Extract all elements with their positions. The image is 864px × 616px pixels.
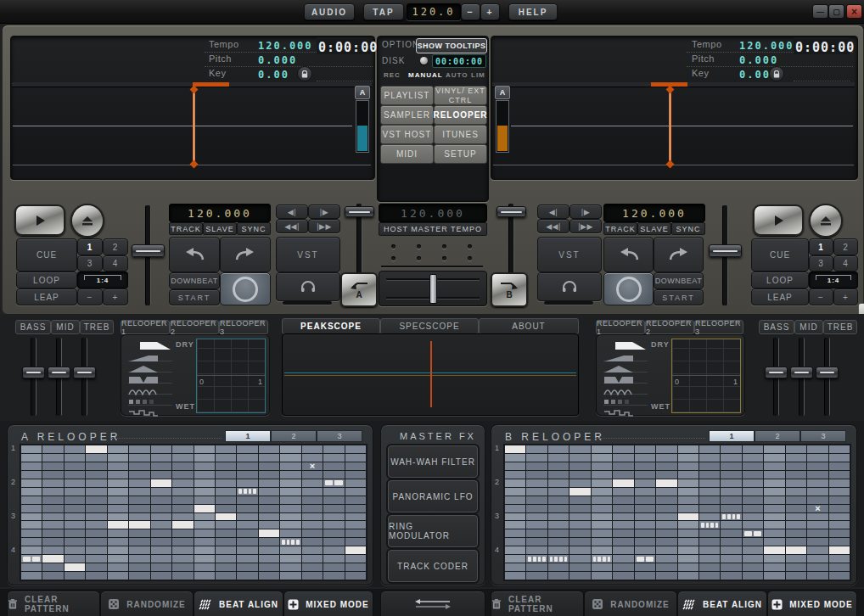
crossfader-panel[interactable] — [379, 271, 487, 306]
pattern-cell-x[interactable]: × — [302, 462, 323, 470]
pattern-cell[interactable] — [42, 488, 63, 496]
pattern-cell[interactable] — [613, 496, 633, 504]
pattern-cell[interactable] — [613, 521, 633, 529]
pattern-cell[interactable] — [237, 538, 257, 546]
pattern-cell[interactable] — [259, 471, 279, 479]
pattern-cell[interactable] — [764, 521, 784, 529]
pattern-cell[interactable] — [721, 479, 741, 487]
track-coder-button[interactable]: TRACK CODER — [388, 550, 478, 582]
pattern-cell[interactable] — [194, 454, 215, 462]
lim-mode-label[interactable]: LIM — [471, 71, 485, 79]
pattern-cell[interactable] — [65, 445, 85, 453]
pattern-cell[interactable] — [194, 505, 215, 512]
pattern-a-clear-button[interactable]: CLEAR PATTERN — [7, 591, 100, 616]
pattern-cell[interactable] — [65, 496, 85, 504]
shape-ramp-up-icon[interactable] — [603, 350, 648, 361]
pattern-cell[interactable] — [786, 496, 806, 504]
pattern-cell[interactable] — [280, 572, 300, 580]
deck-a-hotcue-2-button[interactable]: 2 — [103, 238, 128, 255]
show-tooltips-button[interactable]: SHOW TOOLTIPS — [416, 38, 487, 53]
pattern-cell[interactable] — [323, 454, 344, 462]
pattern-cell[interactable] — [721, 538, 741, 546]
deck-a-loop-length-display[interactable]: 1:4 — [77, 272, 128, 288]
pattern-cell[interactable] — [194, 546, 215, 554]
pattern-cell[interactable] — [678, 479, 698, 487]
pattern-cell[interactable] — [194, 538, 215, 546]
pattern-cell[interactable] — [172, 471, 193, 479]
pattern-cell[interactable] — [237, 454, 257, 462]
pattern-cell[interactable] — [216, 538, 236, 546]
pattern-cell[interactable] — [21, 529, 42, 537]
pattern-cell[interactable] — [678, 454, 698, 462]
deck-b-cue-button[interactable]: CUE — [751, 238, 809, 272]
shape-random-steps-icon[interactable] — [603, 406, 648, 416]
nav-vst-host-button[interactable]: VST HOST — [380, 125, 434, 144]
pattern-cell[interactable] — [764, 538, 784, 546]
maximize-button[interactable]: ▢ — [828, 4, 844, 19]
pattern-cell[interactable] — [786, 462, 806, 470]
manual-mode-label[interactable]: MANUAL — [408, 71, 443, 79]
pattern-cell[interactable] — [721, 445, 741, 453]
pattern-cell[interactable] — [86, 462, 106, 470]
pattern-cell-x[interactable]: × — [807, 505, 828, 512]
pattern-cell[interactable] — [216, 462, 236, 470]
deck-b-vst-button[interactable]: VST — [537, 237, 602, 272]
pattern-cell[interactable] — [678, 496, 698, 504]
pattern-cell[interactable] — [786, 505, 806, 512]
pattern-cell[interactable] — [548, 572, 569, 580]
pattern-cell[interactable] — [635, 555, 655, 563]
pattern-cell[interactable] — [151, 479, 171, 487]
pattern-cell[interactable] — [42, 529, 63, 537]
deck-a-fx-envelope-grid[interactable]: 0 1 — [196, 339, 266, 413]
pattern-cell[interactable] — [569, 529, 590, 537]
pattern-cell[interactable] — [280, 529, 300, 537]
pattern-cell[interactable] — [172, 563, 193, 571]
pattern-cell[interactable] — [743, 538, 763, 546]
pattern-cell[interactable] — [194, 513, 215, 521]
pattern-cell[interactable] — [743, 479, 763, 487]
pattern-cell[interactable] — [678, 445, 698, 453]
pattern-cell[interactable] — [635, 471, 655, 479]
pattern-cell[interactable] — [548, 521, 569, 529]
nav-relooper-button[interactable]: RELOOPER — [434, 105, 487, 125]
pattern-cell[interactable] — [129, 445, 149, 453]
pattern-cell[interactable] — [807, 538, 828, 546]
pattern-cell[interactable] — [635, 454, 655, 462]
shape-valley-icon[interactable] — [603, 372, 648, 384]
pattern-cell[interactable] — [786, 479, 806, 487]
pattern-a-mixed-mode-button[interactable]: MIXED MODE — [283, 591, 373, 616]
pattern-cell[interactable] — [345, 529, 366, 537]
pattern-cell[interactable] — [764, 479, 784, 487]
pattern-cell[interactable] — [678, 462, 698, 470]
deck-a-loop-button[interactable]: LOOP — [16, 272, 77, 288]
pattern-cell[interactable] — [280, 546, 300, 554]
pattern-cell[interactable] — [526, 521, 547, 529]
pattern-b-step-grid[interactable]: × — [503, 444, 851, 581]
pattern-cell[interactable] — [505, 546, 525, 554]
pattern-cell[interactable] — [699, 496, 720, 504]
pattern-cell[interactable] — [86, 479, 106, 487]
pattern-cell[interactable] — [721, 488, 741, 496]
pattern-cell[interactable] — [505, 505, 525, 512]
pattern-cell[interactable] — [678, 529, 698, 537]
pattern-cell[interactable] — [302, 488, 323, 496]
pattern-cell[interactable] — [108, 546, 128, 554]
pattern-cell[interactable] — [216, 496, 236, 504]
shape-sine-bumps-icon[interactable] — [603, 384, 648, 395]
pattern-cell[interactable] — [65, 505, 85, 512]
pattern-cell[interactable] — [172, 496, 193, 504]
pattern-a-segment-2[interactable]: 2 — [271, 430, 317, 442]
pattern-cell[interactable] — [65, 555, 85, 563]
help-button[interactable]: HELP — [508, 3, 558, 20]
pattern-cell[interactable] — [721, 546, 741, 554]
close-button[interactable]: × — [846, 4, 862, 19]
pattern-cell[interactable] — [743, 471, 763, 479]
pattern-cell[interactable] — [569, 555, 590, 563]
pattern-cell[interactable] — [86, 538, 106, 546]
nav-playlist-button[interactable]: PLAYLIST — [380, 86, 434, 105]
pattern-cell[interactable] — [259, 572, 279, 580]
pattern-cell[interactable] — [592, 445, 612, 453]
pattern-cell[interactable] — [829, 454, 850, 462]
pattern-cell[interactable] — [108, 521, 128, 529]
deck-a-vst-button[interactable]: VST — [276, 237, 340, 272]
